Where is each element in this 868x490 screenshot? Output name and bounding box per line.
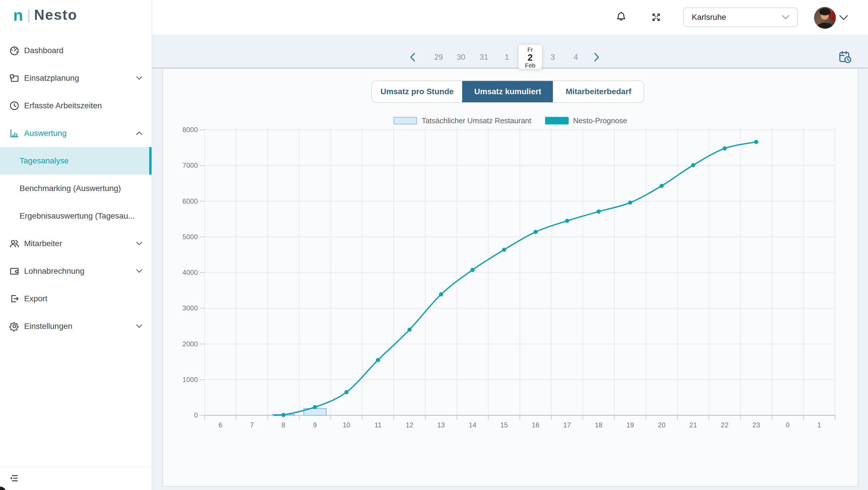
sidebar-item-einsatzplanung[interactable]: Einsatzplanung	[0, 64, 152, 92]
next-day-chevron-icon[interactable]	[593, 52, 600, 62]
gear-icon	[9, 320, 20, 332]
sidebar-item-einstellungen[interactable]: Einstellungen	[0, 313, 152, 340]
selected-date-weekday: Fr	[518, 47, 542, 53]
svg-text:17: 17	[563, 421, 571, 429]
sidebar-item-label: Einsatzplanung	[24, 74, 79, 83]
svg-text:1: 1	[817, 421, 821, 429]
top-header: Karlsruhe	[152, 0, 868, 34]
sidebar-item-ergebnisauswertung[interactable]: Ergebnisauswertung (Tagesau...	[0, 202, 152, 230]
legend-label: Tatsächlicher Umsatz Restaurant	[422, 116, 531, 125]
location-select-value: Karlsruhe	[692, 12, 782, 22]
svg-text:0: 0	[194, 411, 198, 419]
sidebar-item-label: Erfasste Arbeitszeiten	[24, 101, 102, 110]
chevron-down-icon	[136, 269, 143, 273]
sidebar-item-mitarbeiter[interactable]: Mitarbeiter	[0, 230, 152, 257]
date-option[interactable]: 29	[427, 53, 450, 62]
date-option[interactable]: 1	[495, 53, 518, 62]
bar-chart-icon	[9, 127, 20, 139]
sidebar-item-dashboard[interactable]: Dashboard	[0, 37, 152, 64]
sidebar-item-label: Export	[24, 294, 48, 303]
svg-text:19: 19	[626, 421, 634, 429]
page: n | Nesto Dashboard Einsatzplanung Erfas…	[0, 0, 868, 490]
chevron-down-icon	[136, 241, 143, 246]
dashboard-icon	[9, 45, 20, 56]
sidebar-item-label: Lohnabrechnung	[24, 266, 84, 276]
chevron-down-icon	[136, 324, 143, 328]
location-select[interactable]: Karlsruhe	[683, 7, 798, 27]
notifications-bell-icon[interactable]	[615, 11, 627, 24]
tab-mitarbeiterbedarf[interactable]: Mitarbeiterbedarf	[553, 81, 644, 102]
svg-text:3000: 3000	[183, 304, 198, 312]
svg-text:15: 15	[500, 421, 508, 429]
logo-divider: |	[27, 7, 30, 23]
svg-text:8000: 8000	[183, 126, 198, 134]
sidebar-divider	[0, 466, 152, 467]
sidebar-item-label: Ergebnisauswertung (Tagesau...	[20, 211, 135, 221]
people-icon	[9, 238, 20, 249]
logo-mark: n	[13, 6, 23, 24]
sidebar-item-lohnabrechnung[interactable]: Lohnabrechnung	[0, 257, 152, 285]
tab-umsatz-kumuliert[interactable]: Umsatz kumuliert	[462, 81, 553, 102]
collapse-sidebar-icon[interactable]	[9, 473, 19, 483]
legend-item-actual[interactable]: Tatsächlicher Umsatz Restaurant	[394, 116, 531, 125]
nesto-logo[interactable]: n | Nesto	[13, 6, 78, 24]
sidebar-item-export[interactable]: Export	[0, 285, 152, 313]
date-option[interactable]: 3	[541, 53, 564, 62]
legend-label: Nesto-Prognose	[573, 116, 627, 125]
legend-swatch-actual	[394, 117, 417, 124]
svg-text:20: 20	[658, 421, 665, 429]
sidebar-item-label: Tagesanalyse	[20, 156, 69, 166]
prev-day-chevron-icon[interactable]	[409, 52, 416, 62]
chat-widget-button[interactable]	[0, 487, 6, 490]
selected-date-card[interactable]: Fr 2 Feb	[518, 45, 542, 69]
legend-item-prognose[interactable]: Nesto-Prognose	[545, 116, 627, 125]
user-menu-chevron-icon[interactable]	[839, 15, 848, 21]
svg-text:6000: 6000	[183, 197, 198, 205]
svg-text:9: 9	[313, 421, 317, 429]
date-option[interactable]: 31	[472, 53, 495, 62]
sidebar-item-label: Dashboard	[24, 46, 63, 55]
revenue-cumulative-chart: 8000700060005000400030002000100006789101…	[163, 69, 859, 487]
svg-text:7: 7	[250, 421, 254, 429]
svg-text:14: 14	[469, 421, 476, 429]
chevron-down-icon	[136, 76, 143, 80]
sidebar-item-label: Benchmarking (Auswertung)	[20, 184, 121, 193]
date-option[interactable]: 4	[564, 53, 587, 62]
chart-tabs: Umsatz pro Stunde Umsatz kumuliert Mitar…	[371, 80, 644, 103]
sidebar-item-label: Einstellungen	[24, 322, 72, 331]
svg-text:23: 23	[752, 421, 760, 429]
legend-swatch-prognose	[545, 117, 569, 124]
chevron-down-icon	[782, 15, 789, 20]
sidebar-item-label: Auswertung	[24, 129, 67, 138]
export-icon	[9, 293, 20, 305]
svg-text:16: 16	[532, 421, 539, 429]
svg-text:11: 11	[374, 421, 381, 429]
svg-text:12: 12	[406, 421, 413, 429]
wallet-icon	[9, 265, 20, 277]
calendar-clock-icon[interactable]	[838, 50, 852, 64]
svg-text:10: 10	[343, 421, 350, 429]
selected-date-month: Feb	[518, 62, 542, 69]
svg-text:6: 6	[218, 421, 222, 429]
svg-text:0: 0	[786, 421, 789, 429]
sidebar-item-auswertung[interactable]: Auswertung	[0, 119, 152, 147]
avatar[interactable]	[814, 7, 836, 29]
selected-date-day: 2	[518, 53, 542, 62]
svg-text:18: 18	[595, 421, 602, 429]
clock-icon	[9, 100, 20, 111]
chevron-up-icon	[136, 131, 143, 135]
sidebar-item-erfasste-arbeitszeiten[interactable]: Erfasste Arbeitszeiten	[0, 92, 152, 119]
logo-word: Nesto	[34, 7, 78, 23]
chart-legend: Tatsächlicher Umsatz Restaurant Nesto-Pr…	[163, 117, 858, 125]
svg-text:1000: 1000	[183, 376, 198, 383]
date-navbar: 29 30 31 1 Fr 2 Feb 3 4	[152, 34, 868, 68]
sidebar-item-label: Mitarbeiter	[24, 239, 62, 248]
sidebar-item-benchmarking[interactable]: Benchmarking (Auswertung)	[0, 175, 152, 202]
date-option[interactable]: 30	[450, 53, 472, 62]
tab-umsatz-pro-stunde[interactable]: Umsatz pro Stunde	[372, 81, 462, 102]
svg-text:21: 21	[689, 421, 697, 429]
fullscreen-icon[interactable]	[650, 11, 662, 23]
sidebar-item-tagesanalyse[interactable]: Tagesanalyse	[0, 147, 152, 175]
svg-text:4000: 4000	[183, 268, 198, 276]
svg-text:22: 22	[721, 421, 728, 429]
